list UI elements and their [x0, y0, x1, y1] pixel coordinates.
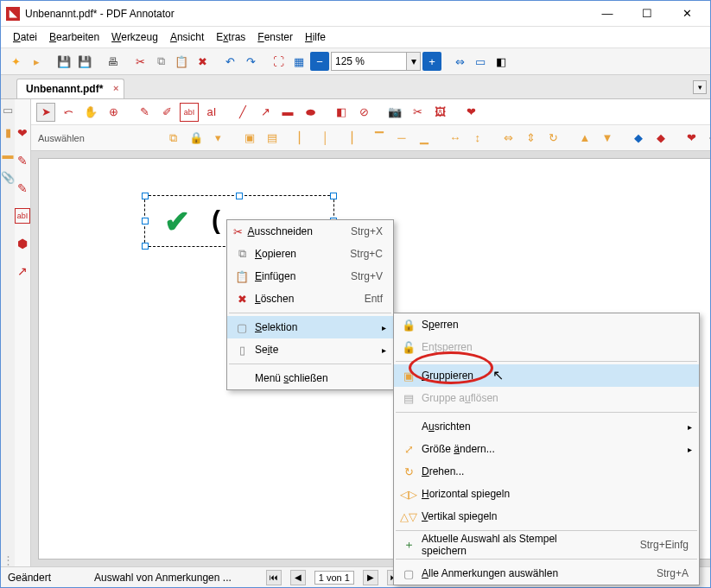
sub-lock[interactable]: 🔒 Sperren	[394, 313, 699, 336]
sel-unlock-icon[interactable]: ▾	[209, 129, 228, 148]
zoom-in-icon[interactable]: +	[422, 52, 441, 71]
nav-prev-icon[interactable]: ◀	[290, 570, 306, 585]
textbox-icon[interactable]: abI	[180, 103, 199, 122]
menu-bearbeiten[interactable]: Bearbeiten	[44, 28, 105, 46]
text-box-icon[interactable]: abI	[15, 208, 30, 224]
sel-copy-icon[interactable]: ⧉	[164, 129, 183, 148]
pen-red-icon[interactable]: ✎	[15, 153, 30, 168]
bookmarks-icon[interactable]: ▮	[1, 125, 15, 139]
nav-next-icon[interactable]: ▶	[363, 570, 378, 585]
zoom-input[interactable]	[332, 55, 406, 67]
rect-icon[interactable]: ▬	[278, 103, 297, 122]
pen1-icon[interactable]: ✎	[135, 103, 154, 122]
delete-icon[interactable]: ✖	[193, 52, 212, 71]
ctx-cut[interactable]: ✂ Ausschneiden Strg+X	[227, 220, 393, 243]
sel-fav-icon[interactable]: ❤	[682, 129, 701, 148]
print-icon[interactable]: 🖶	[103, 52, 122, 71]
ctx-delete[interactable]: ✖ Löschen Entf	[227, 288, 393, 310]
menu-ansicht[interactable]: Ansicht	[165, 28, 209, 46]
fit-width-icon[interactable]: ⇔	[450, 52, 469, 71]
sub-resize[interactable]: ⤢ Größe ändern... ▸	[394, 438, 699, 460]
size-w-icon[interactable]: ⇔	[499, 129, 518, 148]
close-button[interactable]: ✕	[667, 1, 707, 27]
fit-page-icon[interactable]: ▭	[471, 52, 490, 71]
heart-icon[interactable]: ❤	[461, 103, 480, 122]
sel-ungroup-icon[interactable]: ▤	[263, 129, 282, 148]
sub-align[interactable]: Ausrichten ▸	[394, 415, 699, 438]
flip-v-icon[interactable]: ▼	[598, 129, 617, 148]
image-icon[interactable]: 🖼	[430, 103, 449, 122]
zoom-combo[interactable]: ▾	[331, 52, 421, 71]
open-icon[interactable]: ▸	[27, 52, 46, 71]
rotate-icon[interactable]: ↻	[544, 129, 563, 148]
menu-fenster[interactable]: Fenster	[252, 28, 298, 46]
align-center-icon[interactable]: │	[316, 129, 335, 148]
document-tab[interactable]: Unbenannt.pdf* ×	[16, 79, 124, 98]
sub-save-stamp[interactable]: ＋ Aktuelle Auswahl als Stempel speichern…	[394, 534, 699, 556]
menu-extras[interactable]: Extras	[211, 28, 251, 46]
ctx-page[interactable]: ▯ Seite ▸	[227, 338, 393, 361]
ellipse-icon[interactable]: ⬬	[301, 103, 320, 122]
sub-select-all[interactable]: ▢ Alle Anmerkungen auswählen Strg+A	[394, 562, 699, 585]
align-top-icon[interactable]: ▔	[370, 129, 389, 148]
pointer-tool-icon[interactable]: ➤	[36, 103, 55, 122]
fullscreen-icon[interactable]: ⛶	[269, 52, 288, 71]
arrow-icon[interactable]: ↗	[256, 103, 275, 122]
arrow-tool-icon[interactable]: ↗	[15, 263, 30, 279]
ctx-selection[interactable]: ▢ Selektion ▸	[227, 316, 393, 338]
menu-werkzeug[interactable]: Werkzeug	[106, 28, 163, 46]
layout-icon[interactable]: ▦	[289, 52, 308, 71]
paste-icon[interactable]: 📋	[172, 52, 191, 71]
zoom-dropdown-icon[interactable]: ▾	[406, 53, 420, 70]
text-icon[interactable]: aI	[202, 103, 221, 122]
menu-datei[interactable]: Datei	[8, 28, 42, 46]
save-as-icon[interactable]: 💾	[75, 52, 94, 71]
stamp-tool-icon[interactable]: ⬢	[15, 236, 30, 251]
flip-h-icon[interactable]: ▲	[575, 129, 594, 148]
attach-icon[interactable]: 📎	[1, 170, 15, 184]
lasso-icon[interactable]: ⤺	[59, 103, 78, 122]
align-bot-icon[interactable]: ▁	[415, 129, 434, 148]
cut-icon[interactable]: ✂	[130, 52, 149, 71]
eraser2-icon[interactable]: ⊘	[354, 103, 373, 122]
align-right-icon[interactable]: ▕	[339, 129, 358, 148]
undo-icon[interactable]: ↶	[220, 52, 239, 71]
new-icon[interactable]: ✦	[6, 52, 25, 71]
camera-icon[interactable]: 📷	[385, 103, 404, 122]
line-icon[interactable]: ╱	[233, 103, 252, 122]
eraser-icon[interactable]: ◧	[332, 103, 351, 122]
favorite-icon[interactable]: ❤	[15, 125, 30, 141]
dist-v-icon[interactable]: ↕	[468, 129, 487, 148]
ctx-paste[interactable]: 📋 Einfügen Strg+V	[227, 265, 393, 288]
save-icon[interactable]: 💾	[54, 52, 73, 71]
sub-group[interactable]: ▣ Gruppieren	[394, 364, 699, 387]
menu-hilfe[interactable]: Hilfe	[300, 28, 331, 46]
crop-icon[interactable]: ✂	[408, 103, 427, 122]
sel-tag1-icon[interactable]: ◆	[629, 129, 648, 148]
copy-icon[interactable]: ⧉	[151, 52, 170, 71]
redo-icon[interactable]: ↷	[241, 52, 260, 71]
sub-rotate[interactable]: ↻ Drehen...	[394, 460, 699, 483]
sel-tag2-icon[interactable]: ◆	[651, 129, 670, 148]
hand-icon[interactable]: ✋	[81, 103, 100, 122]
nav-first-icon[interactable]: ⏮	[266, 570, 282, 585]
pen-icon[interactable]: ✎	[15, 180, 30, 196]
tab-close-icon[interactable]: ×	[113, 83, 118, 93]
sub-flipv[interactable]: △▽ Vertikal spiegeln	[394, 505, 699, 528]
pen2-icon[interactable]: ✐	[157, 103, 176, 122]
minimize-button[interactable]: —	[587, 1, 627, 27]
zoom-tool-icon[interactable]: ⊕	[104, 103, 123, 122]
maximize-button[interactable]: ☐	[627, 1, 667, 27]
tab-overflow-icon[interactable]: ▾	[693, 80, 707, 94]
align-left-icon[interactable]: ▏	[294, 129, 313, 148]
sel-lock-icon[interactable]: 🔒	[187, 129, 206, 148]
sub-fliph[interactable]: ◁▷ Horizontal spiegeln	[394, 483, 699, 505]
page-input[interactable]	[314, 571, 354, 585]
page-thumb-icon[interactable]: ▭	[1, 103, 15, 117]
align-mid-icon[interactable]: ─	[392, 129, 411, 148]
ctx-copy[interactable]: ⧉ Kopieren Strg+C	[227, 243, 393, 265]
dual-page-icon[interactable]: ◧	[492, 52, 511, 71]
sel-group-icon[interactable]: ▣	[240, 129, 259, 148]
sel-more-icon[interactable]: ⋯	[705, 129, 710, 148]
zoom-out-icon[interactable]: −	[310, 52, 329, 71]
